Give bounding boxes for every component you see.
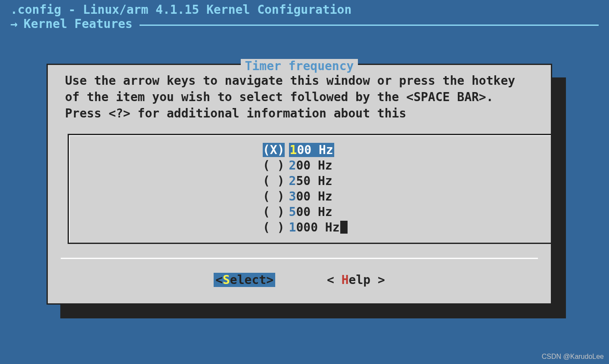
option-rest: 50 Hz (296, 174, 332, 188)
option-500Hz[interactable]: ( ) 500 Hz (263, 204, 332, 219)
select-button[interactable]: <Select> (214, 273, 275, 287)
option-rest: 00 Hz (296, 205, 332, 219)
radio-marker: (X) (263, 143, 285, 157)
breadcrumb-arrow-icon: → (10, 17, 18, 31)
option-rest: 00 Hz (296, 158, 332, 173)
radio-marker: ( ) (263, 189, 285, 204)
header-divider (140, 25, 599, 26)
option-1000Hz[interactable]: ( ) 1000 Hz (263, 219, 348, 235)
option-200Hz[interactable]: ( ) 200 Hz (263, 157, 332, 173)
option-hotkey: 5 (289, 205, 296, 219)
option-100Hz[interactable]: (X) 100 Hz (263, 142, 334, 157)
option-hotkey: 1 (289, 220, 296, 234)
dialog-title: Timer frequency (241, 59, 358, 73)
radio-marker: ( ) (263, 205, 285, 219)
radio-marker: ( ) (263, 174, 285, 188)
option-hotkey: 2 (289, 158, 296, 173)
option-rest: 00 Hz (297, 143, 333, 157)
text-cursor-icon (340, 221, 348, 234)
option-rest: 000 Hz (296, 220, 339, 234)
watermark: CSDN @KarudoLee (542, 353, 604, 361)
option-hotkey: 2 (289, 174, 296, 188)
option-300Hz[interactable]: ( ) 300 Hz (263, 188, 332, 204)
help-button[interactable]: < Help > (327, 273, 385, 287)
breadcrumb: Kernel Features (24, 17, 133, 31)
page-title: .config - Linux/arm 4.1.15 Kernel Config… (10, 3, 599, 17)
option-rest: 00 Hz (296, 189, 332, 204)
radio-marker: ( ) (263, 220, 285, 234)
option-250Hz[interactable]: ( ) 250 Hz (263, 173, 332, 188)
radio-marker: ( ) (263, 158, 285, 173)
option-hotkey: 1 (290, 143, 297, 157)
option-hotkey: 3 (289, 189, 296, 204)
option-label: 100 Hz (289, 143, 334, 157)
timer-frequency-dialog: Timer frequency Use the arrow keys to na… (47, 64, 552, 305)
option-listbox: (X) 100 Hz( ) 200 Hz( ) 250 Hz( ) 300 Hz… (68, 134, 551, 244)
option-label: 1000 Hz (289, 220, 340, 234)
option-label: 200 Hz (289, 158, 332, 173)
option-label: 250 Hz (289, 174, 332, 188)
option-label: 300 Hz (289, 189, 332, 204)
option-label: 500 Hz (289, 205, 332, 219)
dialog-instructions: Use the arrow keys to navigate this wind… (48, 65, 551, 125)
button-separator (61, 258, 538, 259)
